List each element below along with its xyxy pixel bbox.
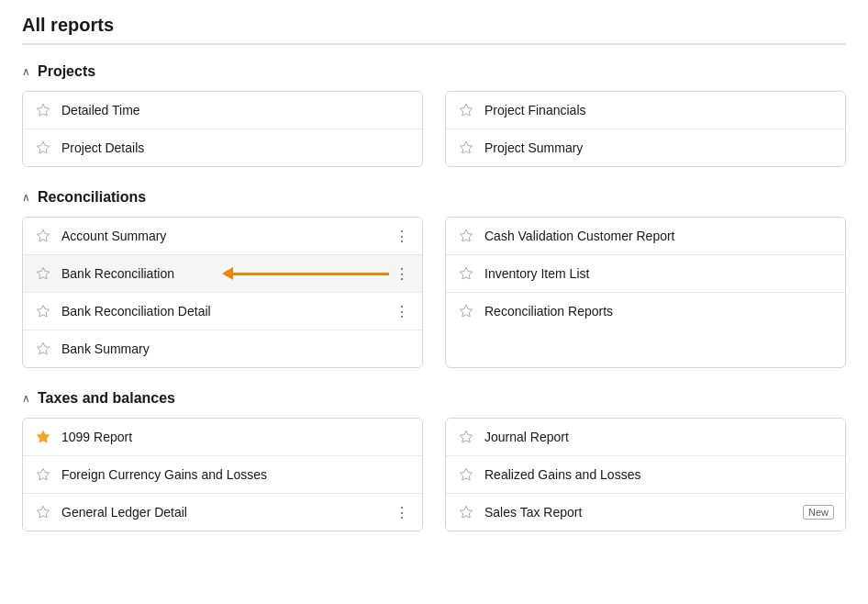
svg-marker-3 — [460, 141, 472, 153]
report-name: Inventory Item List — [484, 266, 834, 281]
svg-marker-9 — [460, 267, 472, 279]
projects-grid: Detailed Time Project Details Project Fi… — [22, 91, 846, 167]
section-reconciliations: ∧ Reconciliations Account Summary ⋮ Bank… — [22, 189, 846, 368]
list-item: Bank Summary — [23, 330, 422, 367]
section-projects: ∧ Projects Detailed Time Project Details — [22, 63, 846, 167]
taxes-right-card: Journal Report Realized Gains and Losses… — [445, 418, 846, 531]
list-item: 1099 Report — [23, 419, 422, 456]
star-realized-gains-icon[interactable] — [457, 465, 475, 484]
svg-marker-7 — [37, 342, 49, 354]
report-name: Sales Tax Report — [484, 505, 796, 520]
reconciliations-left-card: Account Summary ⋮ Bank Reconciliation ⋮ — [22, 217, 423, 368]
report-name: Foreign Currency Gains and Losses — [61, 467, 411, 482]
list-item: Realized Gains and Losses — [446, 456, 845, 494]
svg-marker-10 — [460, 305, 472, 317]
report-name: Bank Reconciliation — [61, 266, 385, 281]
svg-marker-1 — [37, 141, 49, 153]
report-name: Account Summary — [61, 229, 385, 243]
section-projects-title: Projects — [38, 63, 95, 80]
list-item: Account Summary ⋮ — [23, 218, 422, 255]
list-item: Project Summary — [446, 129, 845, 166]
section-taxes-header[interactable]: ∧ Taxes and balances — [22, 390, 846, 407]
report-name: Reconciliation Reports — [484, 304, 834, 319]
star-project-details-icon[interactable] — [34, 139, 52, 157]
svg-marker-16 — [460, 506, 472, 518]
list-item: Bank Reconciliation Detail ⋮ — [23, 293, 422, 330]
star-reconciliation-reports-icon[interactable] — [457, 302, 475, 320]
list-item: Bank Reconciliation ⋮ — [23, 255, 422, 293]
taxes-left-card: 1099 Report Foreign Currency Gains and L… — [22, 418, 423, 531]
svg-marker-5 — [37, 267, 49, 279]
svg-marker-4 — [37, 229, 49, 241]
list-item: Project Details — [23, 129, 422, 166]
star-cash-validation-icon[interactable] — [457, 227, 475, 245]
report-name: Cash Validation Customer Report — [484, 229, 834, 243]
list-item: Journal Report — [446, 419, 845, 456]
section-taxes-and-balances: ∧ Taxes and balances 1099 Report Foreign… — [22, 390, 846, 531]
svg-marker-14 — [460, 431, 472, 442]
star-project-financials-icon[interactable] — [457, 101, 475, 119]
svg-marker-2 — [460, 104, 472, 116]
star-bank-recon-detail-icon[interactable] — [34, 302, 52, 320]
chevron-taxes-icon: ∧ — [22, 392, 30, 405]
projects-left-card: Detailed Time Project Details — [22, 91, 423, 167]
report-name: Realized Gains and Losses — [484, 467, 834, 482]
star-detailed-time-icon[interactable] — [34, 101, 52, 119]
svg-marker-8 — [460, 229, 472, 241]
report-name: General Ledger Detail — [61, 505, 385, 520]
chevron-reconciliations-icon: ∧ — [22, 191, 30, 204]
reconciliations-grid: Account Summary ⋮ Bank Reconciliation ⋮ — [22, 217, 846, 368]
list-item: Sales Tax Report New — [446, 494, 845, 531]
more-bank-reconciliation-icon[interactable]: ⋮ — [393, 264, 411, 283]
report-name: Bank Summary — [61, 341, 411, 356]
page-title: All reports — [22, 15, 846, 45]
projects-right-card: Project Financials Project Summary — [445, 91, 846, 167]
list-item: Inventory Item List — [446, 255, 845, 293]
svg-marker-13 — [37, 506, 49, 518]
list-item: Detailed Time — [23, 92, 422, 129]
star-foreign-currency-icon[interactable] — [34, 465, 52, 484]
star-inventory-item-list-icon[interactable] — [457, 264, 475, 283]
report-name: Project Financials — [484, 103, 834, 117]
section-taxes-title: Taxes and balances — [38, 390, 175, 407]
star-general-ledger-icon[interactable] — [34, 503, 52, 521]
list-item: Foreign Currency Gains and Losses — [23, 456, 422, 494]
star-journal-report-icon[interactable] — [457, 428, 475, 446]
list-item: General Ledger Detail ⋮ — [23, 494, 422, 531]
report-name: Detailed Time — [61, 103, 411, 117]
report-name: Journal Report — [484, 430, 834, 444]
star-1099-report-icon[interactable] — [34, 428, 52, 446]
reconciliations-right-card: Cash Validation Customer Report Inventor… — [445, 217, 846, 368]
svg-marker-15 — [460, 468, 472, 480]
report-name: Bank Reconciliation Detail — [61, 304, 385, 319]
more-general-ledger-icon[interactable]: ⋮ — [393, 503, 411, 521]
svg-marker-6 — [37, 305, 49, 317]
star-bank-reconciliation-icon[interactable] — [34, 264, 52, 283]
new-badge: New — [803, 505, 834, 520]
star-bank-summary-icon[interactable] — [34, 340, 52, 358]
list-item: Reconciliation Reports — [446, 293, 845, 330]
section-reconciliations-header[interactable]: ∧ Reconciliations — [22, 189, 846, 206]
svg-marker-0 — [37, 104, 49, 116]
star-project-summary-icon[interactable] — [457, 139, 475, 157]
taxes-grid: 1099 Report Foreign Currency Gains and L… — [22, 418, 846, 531]
report-name: Project Details — [61, 140, 411, 155]
list-item: Project Financials — [446, 92, 845, 129]
chevron-projects-icon: ∧ — [22, 65, 30, 78]
list-item: Cash Validation Customer Report — [446, 218, 845, 255]
star-sales-tax-icon[interactable] — [457, 503, 475, 521]
section-reconciliations-title: Reconciliations — [38, 189, 146, 206]
star-account-summary-icon[interactable] — [34, 227, 52, 245]
svg-marker-11 — [37, 431, 49, 442]
more-bank-recon-detail-icon[interactable]: ⋮ — [393, 302, 411, 320]
report-name: 1099 Report — [61, 430, 411, 444]
more-account-summary-icon[interactable]: ⋮ — [393, 227, 411, 245]
report-name: Project Summary — [484, 140, 834, 155]
svg-marker-12 — [37, 468, 49, 480]
section-projects-header[interactable]: ∧ Projects — [22, 63, 846, 80]
